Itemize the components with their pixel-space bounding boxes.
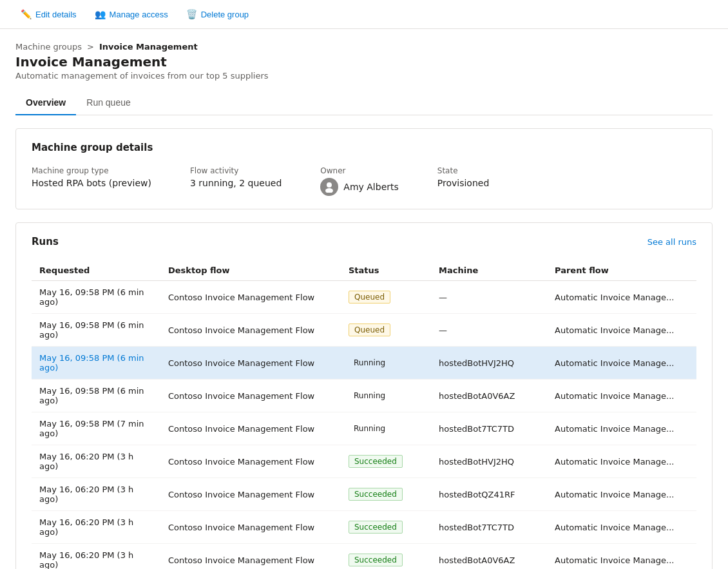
cell-status: Succeeded [341,478,431,511]
cell-machine: hostedBotA0V6AZ [431,544,547,570]
cell-status: Queued [341,281,431,314]
table-row[interactable]: May 16, 06:20 PM (3 h ago)Contoso Invoic… [32,478,696,511]
toolbar: ✏️ Edit details 👥 Manage access 🗑️ Delet… [0,0,728,29]
cell-status: Queued [341,314,431,347]
status-badge: Succeeded [349,554,403,566]
owner-detail: Owner Amy Alberts [320,166,398,196]
cell-desktop-flow: Contoso Invoice Management Flow [160,544,341,570]
machine-group-details-card: Machine group details Machine group type… [15,128,713,209]
see-all-runs-link[interactable]: See all runs [647,237,696,247]
cell-machine: hostedBotHVJ2HQ [431,347,547,380]
delete-group-button[interactable]: 🗑️ Delete group [178,5,256,23]
table-row[interactable]: May 16, 06:20 PM (3 h ago)Contoso Invoic… [32,445,696,478]
cell-requested: May 16, 06:20 PM (3 h ago) [32,511,160,544]
table-header: Requested Desktop flow Status Machine Pa… [32,260,696,281]
cell-machine: — [431,281,547,314]
table-row[interactable]: May 16, 06:20 PM (3 h ago)Contoso Invoic… [32,544,696,570]
status-badge: Running [349,390,390,401]
state-value: Provisioned [437,178,490,188]
table-body: May 16, 09:58 PM (6 min ago)Contoso Invo… [32,281,696,570]
table-row[interactable]: May 16, 09:58 PM (6 min ago)Contoso Invo… [32,281,696,314]
flow-activity-value: 3 running, 2 queued [190,178,282,188]
cell-requested: May 16, 09:58 PM (7 min ago) [32,412,160,445]
cell-desktop-flow: Contoso Invoice Management Flow [160,445,341,478]
runs-card: Runs See all runs Requested Desktop flow… [15,222,713,569]
page-subtitle: Automatic management of invoices from ou… [15,71,713,81]
status-badge: Running [349,357,390,369]
details-card-title: Machine group details [32,142,696,153]
details-grid: Machine group type Hosted RPA bots (prev… [32,166,696,196]
col-header-requested: Requested [32,260,160,281]
cell-requested: May 16, 06:20 PM (3 h ago) [32,478,160,511]
owner-value: Amy Alberts [343,182,398,192]
type-value: Hosted RPA bots (preview) [32,178,151,188]
runs-header: Runs See all runs [32,236,696,247]
cell-desktop-flow: Contoso Invoice Management Flow [160,347,341,380]
cell-parent-flow: Automatic Invoice Manage... [547,511,696,544]
cell-requested: May 16, 09:58 PM (6 min ago) [32,314,160,347]
tab-run-queue[interactable]: Run queue [76,91,141,115]
cell-desktop-flow: Contoso Invoice Management Flow [160,412,341,445]
tab-overview[interactable]: Overview [15,91,76,115]
cell-parent-flow: Automatic Invoice Manage... [547,314,696,347]
table-row[interactable]: May 16, 09:58 PM (6 min ago)Contoso Invo… [32,380,696,412]
cell-status: Succeeded [341,544,431,570]
breadcrumb-parent[interactable]: Machine groups [15,42,82,52]
cell-machine: hostedBotQZ41RF [431,478,547,511]
state-label: State [437,166,490,175]
breadcrumb-current: Invoice Management [99,42,198,52]
type-label: Machine group type [32,166,151,175]
svg-point-0 [327,182,332,188]
status-badge: Succeeded [349,455,403,468]
cell-desktop-flow: Contoso Invoice Management Flow [160,281,341,314]
cell-desktop-flow: Contoso Invoice Management Flow [160,380,341,412]
table-row[interactable]: May 16, 09:58 PM (6 min ago)Contoso Invo… [32,347,696,380]
page-title: Invoice Management [15,54,713,70]
cell-machine: hostedBotHVJ2HQ [431,445,547,478]
cell-desktop-flow: Contoso Invoice Management Flow [160,511,341,544]
cell-machine: — [431,314,547,347]
state-detail: State Provisioned [437,166,490,188]
status-badge: Succeeded [349,488,403,501]
manage-icon: 👥 [95,9,106,19]
svg-point-1 [325,188,333,193]
cell-parent-flow: Automatic Invoice Manage... [547,478,696,511]
cell-parent-flow: Automatic Invoice Manage... [547,347,696,380]
flow-activity-label: Flow activity [190,166,282,175]
owner-label: Owner [320,166,398,175]
requested-link[interactable]: May 16, 09:58 PM (6 min ago) [39,353,144,372]
cell-status: Succeeded [341,511,431,544]
cell-parent-flow: Automatic Invoice Manage... [547,445,696,478]
cell-requested: May 16, 09:58 PM (6 min ago) [32,380,160,412]
breadcrumb-separator: > [87,42,94,52]
flow-activity-detail: Flow activity 3 running, 2 queued [190,166,282,188]
delete-icon: 🗑️ [186,9,197,19]
status-badge: Queued [349,291,390,304]
status-badge: Queued [349,323,390,336]
cell-desktop-flow: Contoso Invoice Management Flow [160,314,341,347]
cell-requested: May 16, 06:20 PM (3 h ago) [32,445,160,478]
edit-details-button[interactable]: ✏️ Edit details [13,5,84,23]
table-row[interactable]: May 16, 09:58 PM (7 min ago)Contoso Invo… [32,412,696,445]
col-header-parent-flow: Parent flow [547,260,696,281]
cell-machine: hostedBot7TC7TD [431,511,547,544]
manage-access-button[interactable]: 👥 Manage access [87,5,176,23]
cell-requested[interactable]: May 16, 09:58 PM (6 min ago) [32,347,160,380]
main-content: Machine groups > Invoice Management Invo… [0,29,728,569]
cell-status: Running [341,412,431,445]
edit-icon: ✏️ [21,9,32,19]
breadcrumb: Machine groups > Invoice Management [15,42,713,52]
runs-title: Runs [32,236,59,247]
cell-parent-flow: Automatic Invoice Manage... [547,412,696,445]
table-row[interactable]: May 16, 06:20 PM (3 h ago)Contoso Invoic… [32,511,696,544]
cell-machine: hostedBotA0V6AZ [431,380,547,412]
edit-label: Edit details [35,10,77,19]
status-badge: Succeeded [349,521,403,534]
col-header-status: Status [341,260,431,281]
table-row[interactable]: May 16, 09:58 PM (6 min ago)Contoso Invo… [32,314,696,347]
status-badge: Running [349,423,390,434]
cell-requested: May 16, 09:58 PM (6 min ago) [32,281,160,314]
avatar [320,178,338,196]
runs-table: Requested Desktop flow Status Machine Pa… [32,260,696,569]
tabs-container: Overview Run queue [15,91,713,115]
